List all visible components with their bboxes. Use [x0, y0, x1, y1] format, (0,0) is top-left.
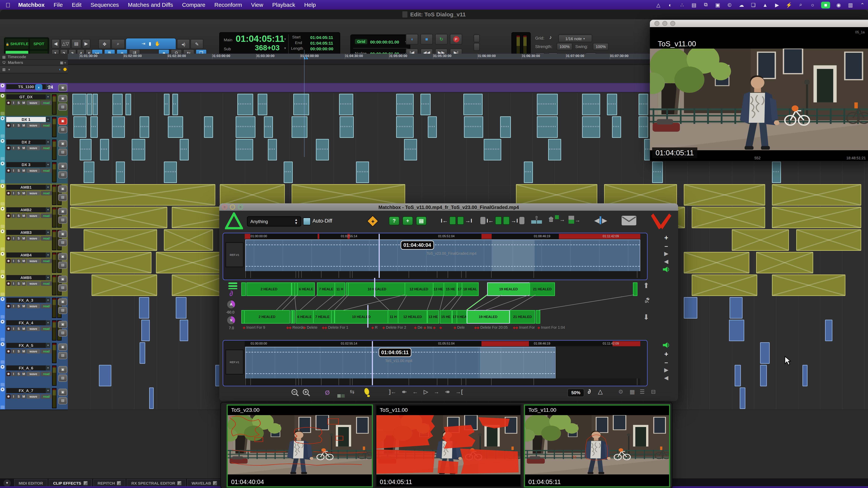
smart-tool-cluster[interactable]: ⇥ ▮ ✋: [125, 38, 176, 50]
footprint-icon[interactable]: [363, 388, 371, 398]
triangle-box-icon[interactable]: ▲: [762, 1, 769, 8]
zoom-left-icon[interactable]: ◀: [52, 39, 60, 48]
track-output-window-icon[interactable]: ▣: [58, 208, 67, 215]
pan-tool-icon[interactable]: ✥: [98, 39, 111, 49]
track-view-selector[interactable]: wave: [27, 236, 40, 240]
audio-clip[interactable]: [825, 320, 832, 341]
healed-clip-bottom[interactable]: [331, 310, 335, 324]
collapse-icon[interactable]: ▾: [1, 207, 4, 211]
mute-button[interactable]: M: [22, 349, 26, 354]
menu-item-matches-and-diffs[interactable]: Matches and Diffs: [123, 2, 178, 8]
scroll-down-icon[interactable]: ⬇: [643, 313, 649, 321]
control-center-icon[interactable]: ⌃: [859, 1, 866, 8]
audio-clip[interactable]: [421, 94, 431, 115]
track-name-menu-icon[interactable]: ▾: [46, 343, 50, 348]
healed-clip-bottom[interactable]: 6 HEALE: [296, 310, 314, 324]
zoom-right-icon[interactable]: ▶: [82, 39, 90, 48]
track-header-gt-dx[interactable]: ▾GT_DX▾ISMwaveread▣▤: [0, 93, 68, 116]
automation-mode-selector[interactable]: read: [41, 191, 52, 195]
timecode-ruler-row[interactable]: ▤Timecode: [0, 54, 68, 60]
audio-clip[interactable]: [537, 116, 558, 138]
healed-clip-top[interactable]: 18 HEAL: [462, 283, 478, 296]
audio-clip[interactable]: [80, 139, 91, 160]
mute-button[interactable]: M: [22, 101, 26, 105]
start-value[interactable]: 01:04:05:11: [310, 35, 333, 40]
trim-tool-icon[interactable]: ⇥: [142, 41, 145, 46]
audio-clip[interactable]: [772, 184, 861, 205]
menu-item-sequences[interactable]: Sequences: [86, 2, 123, 8]
audio-clip[interactable]: [772, 274, 845, 296]
edit-marker[interactable]: ◆ Insert For 1:04: [537, 325, 565, 329]
audio-clip[interactable]: [756, 252, 813, 273]
audio-clip[interactable]: [112, 116, 125, 138]
reference-timeline-top[interactable]: 01:00:00:0001:02:55:1401:05:51:0401:08:4…: [223, 233, 648, 280]
healed-clip-bottom[interactable]: 15 HE: [440, 310, 452, 324]
track-view-selector[interactable]: wave: [27, 123, 40, 128]
apple-menu-icon[interactable]: : [0, 1, 14, 8]
trim-out-pair-icon[interactable]: I←→I: [480, 216, 524, 225]
help-button[interactable]: ?: [389, 216, 400, 225]
partial-icon[interactable]: ∂: [588, 388, 591, 395]
grabber-tool-icon[interactable]: ✋: [155, 41, 160, 46]
audio-clip[interactable]: [500, 116, 511, 138]
layers-icon[interactable]: ⧉: [703, 1, 709, 8]
track-view-selector[interactable]: wave: [27, 326, 40, 331]
audio-clip[interactable]: [176, 297, 186, 319]
nav-prev-fast-icon[interactable]: ↞: [402, 389, 407, 395]
audio-clip[interactable]: [292, 116, 307, 138]
track-name-menu-icon[interactable]: ▾: [46, 253, 50, 258]
input-monitor-button[interactable]: I: [11, 372, 16, 376]
audio-clip[interactable]: [132, 139, 145, 160]
audio-clip[interactable]: [142, 320, 150, 341]
record-enable-button[interactable]: [6, 146, 11, 150]
automation-mode-selector[interactable]: read: [41, 259, 52, 263]
edit-window-titlebar[interactable]: Edit: ToS Dialog_v11: [0, 10, 868, 19]
track-comments-icon[interactable]: ▤: [58, 329, 67, 337]
matchbox-playhead[interactable]: [372, 341, 373, 385]
record-enable-button[interactable]: [6, 349, 11, 354]
filmstrip-thumbnail-1[interactable]: ToS_v23.0001:04:40:04: [227, 404, 373, 487]
track-header-ts-1100[interactable]: ▾TS_1100▾24◖▣: [0, 83, 68, 93]
track-view-selector[interactable]: wave: [27, 146, 40, 150]
track-output-window-icon[interactable]: ▣: [58, 344, 67, 351]
healed-clip-bottom[interactable]: 19 HEALED: [467, 310, 510, 324]
record-enable-button[interactable]: [6, 259, 11, 263]
group-icon[interactable]: [1, 360, 4, 364]
solo-button[interactable]: S: [17, 101, 21, 105]
audio-clip[interactable]: [639, 116, 648, 138]
filmstrip-thumbnail-2[interactable]: ToS_v11.0001:04:05:11: [375, 404, 522, 487]
solo-button[interactable]: S: [17, 146, 21, 150]
track-header-dx-2[interactable]: ▾DX 2▾ISMwaveread▣▤: [0, 138, 68, 162]
input-monitor-button[interactable]: I: [11, 326, 16, 331]
audio-clip[interactable]: [612, 116, 621, 138]
audio-clip[interactable]: [396, 116, 414, 138]
group-icon[interactable]: [1, 315, 4, 319]
mute-button[interactable]: M: [22, 326, 26, 331]
collapse-icon[interactable]: ▾: [1, 387, 4, 391]
film-icon[interactable]: ▤: [690, 1, 698, 8]
record-enable-button[interactable]: [6, 123, 11, 128]
automation-mode-selector[interactable]: read: [41, 304, 52, 308]
track-view-selector[interactable]: wave: [27, 349, 40, 354]
audio-clip[interactable]: [652, 162, 663, 183]
red-x-icon[interactable]: [650, 213, 673, 230]
audio-clip[interactable]: [760, 365, 767, 386]
group-icon[interactable]: [1, 270, 4, 273]
audio-clip[interactable]: [684, 252, 749, 273]
camera-green-icon[interactable]: ■: [821, 1, 830, 8]
track-header-fx-a-4[interactable]: ▾FX_A_4▾ISMwaveread▣▤: [0, 319, 68, 342]
null-icon[interactable]: Ø: [325, 389, 330, 396]
audio-clip[interactable]: [168, 116, 183, 138]
audio-clip[interactable]: [180, 139, 189, 160]
zoom-icon[interactable]: [670, 21, 675, 26]
add-track-icon[interactable]: +: [660, 234, 673, 242]
audio-clip[interactable]: [100, 139, 109, 160]
collapse-icon[interactable]: ▾: [1, 139, 4, 143]
speaker-top-icon[interactable]: [660, 267, 673, 273]
group-icon[interactable]: [1, 225, 4, 228]
audio-clip[interactable]: [284, 162, 293, 183]
marker-add-icon[interactable]: ▣ +: [60, 60, 66, 64]
input-monitor-button[interactable]: I: [11, 191, 16, 195]
audio-clip[interactable]: [180, 320, 188, 341]
audio-clip[interactable]: [116, 162, 125, 183]
